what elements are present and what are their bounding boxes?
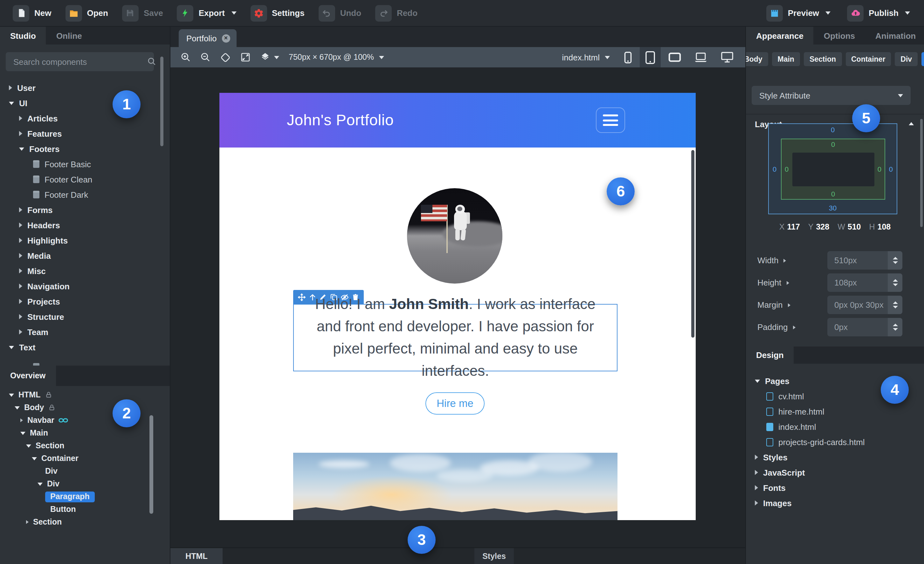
tab-html-code[interactable]: HTML xyxy=(170,548,223,564)
avatar[interactable] xyxy=(407,188,502,284)
breadcrumb-paragraph[interactable]: Paragraph xyxy=(921,52,924,66)
overview-item-paragraph-selected[interactable]: Paragraph xyxy=(0,490,170,503)
margin-stepper[interactable] xyxy=(888,296,902,314)
overview-item-section[interactable]: Section xyxy=(0,440,170,452)
overview-item-container[interactable]: Container xyxy=(0,452,170,465)
save-button[interactable]: Save xyxy=(118,5,167,21)
tab-online[interactable]: Online xyxy=(46,27,92,45)
tree-item-team[interactable]: Team xyxy=(0,324,170,339)
overview-item-navbar[interactable]: Navbar xyxy=(0,414,170,427)
redo-button[interactable]: Redo xyxy=(371,5,421,21)
publish-button[interactable]: Publish xyxy=(843,5,914,21)
expand-row-icon[interactable] xyxy=(786,281,789,285)
fit-screen-icon[interactable] xyxy=(240,52,250,62)
page-scrollbar[interactable] xyxy=(691,150,694,338)
overview-item-div[interactable]: Div xyxy=(0,465,170,477)
padding-top-value[interactable]: 0 xyxy=(831,141,835,148)
preview-button[interactable]: Preview xyxy=(762,5,834,21)
tree-item-footers[interactable]: Footers xyxy=(0,141,170,156)
height-input[interactable]: 108px xyxy=(827,273,902,292)
tree-item-footer-dark[interactable]: Footer Dark xyxy=(0,187,170,202)
breadcrumb-body[interactable]: Body xyxy=(746,52,768,66)
margin-left-value[interactable]: 0 xyxy=(772,165,777,172)
device-phone-icon[interactable] xyxy=(619,47,637,68)
tree-item-features[interactable]: Features xyxy=(0,126,170,141)
landscape-photo[interactable] xyxy=(293,453,618,520)
padding-right-value[interactable]: 0 xyxy=(878,165,881,173)
expand-row-icon[interactable] xyxy=(788,303,790,307)
margin-right-value[interactable]: 0 xyxy=(889,165,893,172)
overview-item-html[interactable]: HTML xyxy=(0,388,170,401)
padding-input[interactable]: 0px xyxy=(827,318,902,336)
tab-options[interactable]: Options xyxy=(814,27,865,45)
tree-item-navigation[interactable]: Navigation xyxy=(0,279,170,294)
open-button[interactable]: Open xyxy=(62,5,112,21)
margin-bottom-value[interactable]: 30 xyxy=(829,204,837,212)
tree-item-footer-basic[interactable]: Footer Basic xyxy=(0,156,170,172)
breadcrumb-container[interactable]: Container xyxy=(846,52,891,66)
tab-animation[interactable]: Animation xyxy=(865,27,924,45)
overview-item-section-2[interactable]: Section xyxy=(0,516,170,528)
export-button[interactable]: Export xyxy=(173,5,240,21)
selected-paragraph[interactable]: Hello! I am John Smith. I work as interf… xyxy=(293,304,618,371)
zoom-out-icon[interactable] xyxy=(200,52,210,62)
new-button[interactable]: New xyxy=(9,5,55,21)
design-item-javascript[interactable]: JavaScript xyxy=(746,465,924,480)
component-tree-scrollbar[interactable] xyxy=(160,57,164,146)
canvas-size-selector[interactable]: 750px × 670px @ 100% xyxy=(289,53,384,62)
rotate-orientation-icon[interactable] xyxy=(220,52,231,63)
tab-overview[interactable]: Overview xyxy=(0,366,56,386)
search-icon[interactable] xyxy=(147,57,156,69)
tree-item-structure[interactable]: Structure xyxy=(0,309,170,324)
tab-studio[interactable]: Studio xyxy=(0,27,46,45)
hamburger-menu-icon[interactable] xyxy=(596,108,625,133)
tree-item-highlights[interactable]: Highlights xyxy=(0,233,170,248)
inspector-scrollbar[interactable] xyxy=(920,119,923,227)
tab-design[interactable]: Design xyxy=(746,346,794,364)
close-tab-icon[interactable]: × xyxy=(222,34,230,42)
collapse-section-icon[interactable] xyxy=(909,122,914,125)
tree-item-projects[interactable]: Projects xyxy=(0,294,170,309)
tree-item-forms[interactable]: Forms xyxy=(0,202,170,218)
box-model-padding[interactable]: 0 0 0 0 xyxy=(781,139,885,200)
design-item-fonts[interactable]: Fonts xyxy=(746,480,924,495)
tab-appearance[interactable]: Appearance xyxy=(746,27,814,45)
device-laptop-icon[interactable] xyxy=(689,47,713,68)
tab-styles-code[interactable]: Styles xyxy=(474,548,514,564)
box-model-content[interactable] xyxy=(792,153,874,186)
zoom-in-icon[interactable] xyxy=(181,52,191,62)
tree-item-articles[interactable]: Articles xyxy=(0,111,170,126)
design-item-images[interactable]: Images xyxy=(746,495,924,511)
tree-item-footer-clean[interactable]: Footer Clean xyxy=(0,172,170,187)
page-selector[interactable]: index.html xyxy=(562,52,610,62)
overview-scrollbar[interactable] xyxy=(150,415,153,514)
height-stepper[interactable] xyxy=(888,273,902,292)
box-model[interactable]: 0 30 0 0 0 0 0 0 xyxy=(768,123,897,214)
margin-top-value[interactable]: 0 xyxy=(831,126,835,134)
tree-item-text[interactable]: Text xyxy=(0,339,170,355)
overview-item-main[interactable]: Main xyxy=(0,427,170,440)
design-item-hire-me[interactable]: hire-me.html xyxy=(746,404,924,419)
tree-item-misc[interactable]: Misc xyxy=(0,263,170,279)
expand-row-icon[interactable] xyxy=(793,325,795,329)
design-item-styles[interactable]: Styles xyxy=(746,450,924,465)
tab-portfolio[interactable]: Portfolio × xyxy=(179,29,236,47)
device-tablet-icon[interactable] xyxy=(640,47,661,68)
padding-left-value[interactable]: 0 xyxy=(785,165,789,173)
layers-icon[interactable] xyxy=(260,52,279,62)
design-item-projects-grid-cards[interactable]: projects-grid-cards.html xyxy=(746,434,924,450)
design-page[interactable]: John's Portfolio xyxy=(219,93,696,520)
overview-item-button[interactable]: Button xyxy=(0,503,170,516)
tree-item-user[interactable]: User xyxy=(0,80,170,95)
undo-button[interactable]: Undo xyxy=(315,5,365,21)
overview-item-div-2[interactable]: Div xyxy=(0,477,170,490)
padding-bottom-value[interactable]: 0 xyxy=(831,190,835,198)
device-desktop-icon[interactable] xyxy=(716,47,739,68)
breadcrumb-main[interactable]: Main xyxy=(772,52,800,66)
margin-input[interactable]: 0px 0px 30px xyxy=(827,296,902,314)
expand-row-icon[interactable] xyxy=(783,258,786,262)
breadcrumb-section[interactable]: Section xyxy=(804,52,842,66)
tree-item-media[interactable]: Media xyxy=(0,248,170,263)
device-tablet-landscape-icon[interactable] xyxy=(663,47,686,68)
overview-item-body[interactable]: Body xyxy=(0,401,170,414)
